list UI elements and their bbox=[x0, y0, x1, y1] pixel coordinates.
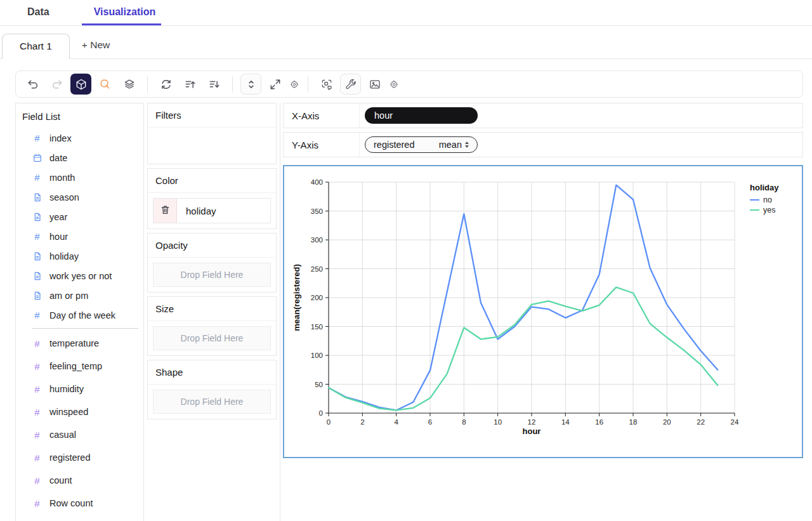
hash-icon: # bbox=[32, 361, 43, 372]
y-axis-field-name: registered bbox=[374, 140, 414, 150]
filters-shelf: Filters bbox=[147, 103, 277, 164]
color-shelf: Color holiday bbox=[147, 168, 277, 229]
field-item-feeling-temp[interactable]: #feeling_temp bbox=[22, 355, 143, 378]
painter-tool-button[interactable] bbox=[340, 74, 361, 95]
svg-text:no: no bbox=[763, 195, 772, 204]
color-field-chip[interactable]: holiday bbox=[153, 198, 271, 223]
export-settings-button[interactable] bbox=[388, 74, 400, 95]
cube-icon bbox=[75, 78, 88, 91]
text-file-icon bbox=[32, 192, 43, 202]
field-item-am-or-pm[interactable]: am or pm bbox=[22, 286, 143, 305]
field-item-row-count[interactable]: #Row count bbox=[22, 492, 143, 515]
svg-text:100: 100 bbox=[311, 352, 323, 359]
field-label: Row count bbox=[49, 498, 93, 508]
field-item-casual[interactable]: #casual bbox=[22, 423, 143, 446]
field-item-winspeed[interactable]: #winspeed bbox=[22, 400, 143, 423]
hash-icon: # bbox=[32, 430, 43, 440]
tab-visualization[interactable]: Visualization bbox=[82, 0, 162, 25]
export-image-button[interactable] bbox=[364, 74, 385, 95]
aggregation-select[interactable]: mean bbox=[439, 140, 469, 150]
svg-text:50: 50 bbox=[315, 381, 323, 388]
hash-icon: # bbox=[32, 384, 43, 395]
svg-text:12: 12 bbox=[528, 418, 536, 426]
refresh-button[interactable] bbox=[155, 74, 176, 95]
svg-text:24: 24 bbox=[731, 418, 739, 426]
field-label: Day of the week bbox=[49, 310, 115, 320]
field-item-work-yes-or-not[interactable]: work yes or not bbox=[22, 266, 143, 286]
field-label: hour bbox=[49, 232, 68, 242]
undo-button[interactable] bbox=[22, 74, 43, 95]
field-item-temperature[interactable]: #temperature bbox=[22, 332, 143, 355]
y-axis-field-pill[interactable]: registered mean bbox=[365, 136, 478, 153]
svg-text:400: 400 bbox=[311, 178, 323, 186]
toolbar-separator bbox=[147, 76, 148, 93]
aggregation-value: mean bbox=[439, 140, 462, 150]
field-item-index[interactable]: #index bbox=[22, 128, 143, 148]
svg-text:2: 2 bbox=[360, 418, 364, 426]
resize-button[interactable] bbox=[265, 74, 285, 95]
shape-dropzone[interactable]: Drop Field Here bbox=[153, 390, 271, 414]
opacity-shelf: Opacity Drop Field Here bbox=[147, 233, 277, 293]
svg-text:150: 150 bbox=[311, 323, 323, 331]
chart-canvas[interactable]: 0501001502002503003504000246810121416182… bbox=[283, 165, 803, 458]
size-title: Size bbox=[148, 297, 276, 321]
chevron-updown-icon bbox=[465, 142, 469, 148]
svg-text:0: 0 bbox=[327, 418, 331, 426]
size-shelf: Size Drop Field Here bbox=[147, 296, 277, 356]
zoom-mode-button[interactable] bbox=[95, 74, 115, 95]
shape-shelf: Shape Drop Field Here bbox=[147, 360, 277, 419]
field-item-hour[interactable]: #hour bbox=[22, 227, 143, 246]
color-title: Color bbox=[148, 169, 276, 193]
opacity-dropzone[interactable]: Drop Field Here bbox=[153, 263, 271, 287]
tab-data[interactable]: Data bbox=[15, 0, 55, 25]
resize-settings-button[interactable] bbox=[289, 74, 300, 95]
calendar-icon bbox=[32, 153, 43, 163]
field-item-registered[interactable]: #registered bbox=[22, 446, 143, 469]
field-item-season[interactable]: season bbox=[22, 187, 143, 207]
svg-text:200: 200 bbox=[311, 294, 323, 301]
y-axis-shelf-label: Y-Axis bbox=[284, 133, 360, 157]
axes-resize-button[interactable] bbox=[240, 74, 261, 95]
filters-dropzone[interactable] bbox=[148, 128, 276, 164]
field-item-count[interactable]: #count bbox=[22, 469, 143, 492]
field-label: casual bbox=[49, 430, 76, 440]
new-chart-button[interactable]: + New bbox=[82, 39, 110, 51]
remove-field-button[interactable] bbox=[154, 199, 177, 223]
field-label: count bbox=[49, 475, 72, 485]
hash-icon: # bbox=[32, 133, 43, 143]
redo-button[interactable] bbox=[46, 74, 67, 95]
field-item-day-of-the-week[interactable]: #Day of the week bbox=[22, 305, 143, 325]
expand-icon bbox=[269, 78, 282, 91]
hash-icon: # bbox=[32, 310, 43, 320]
field-label: season bbox=[49, 192, 79, 202]
svg-text:yes: yes bbox=[763, 206, 775, 214]
svg-text:22: 22 bbox=[697, 418, 705, 426]
mark-type-button[interactable] bbox=[70, 74, 91, 95]
sort-desc-button[interactable] bbox=[204, 74, 225, 95]
layers-icon bbox=[123, 78, 136, 91]
visualization-workspace: Field List #indexdate#monthseasonyear#ho… bbox=[0, 59, 812, 521]
field-label: date bbox=[49, 153, 67, 163]
field-item-year[interactable]: year bbox=[22, 207, 143, 227]
chart-tab-current[interactable]: Chart 1 bbox=[2, 34, 70, 59]
field-list-divider bbox=[32, 328, 138, 329]
gear-icon bbox=[390, 80, 398, 89]
refresh-icon bbox=[160, 78, 173, 91]
stack-mode-button[interactable] bbox=[119, 74, 140, 95]
field-label: humidity bbox=[49, 384, 84, 394]
chart-tab-label: Chart 1 bbox=[20, 41, 52, 52]
field-item-month[interactable]: #month bbox=[22, 168, 143, 187]
text-file-icon bbox=[32, 251, 43, 261]
explore-data-button[interactable] bbox=[316, 74, 337, 95]
field-item-humidity[interactable]: #humidity bbox=[22, 378, 143, 400]
field-item-date[interactable]: date bbox=[22, 148, 143, 168]
svg-text:hour: hour bbox=[523, 426, 541, 436]
text-file-icon bbox=[32, 291, 43, 301]
svg-text:8: 8 bbox=[462, 418, 466, 426]
x-axis-field-pill[interactable]: hour bbox=[365, 107, 478, 124]
svg-text:20: 20 bbox=[663, 418, 671, 426]
sort-asc-button[interactable] bbox=[180, 74, 200, 95]
field-item-holiday[interactable]: holiday bbox=[22, 246, 143, 266]
svg-text:4: 4 bbox=[394, 418, 398, 426]
size-dropzone[interactable]: Drop Field Here bbox=[153, 326, 271, 350]
